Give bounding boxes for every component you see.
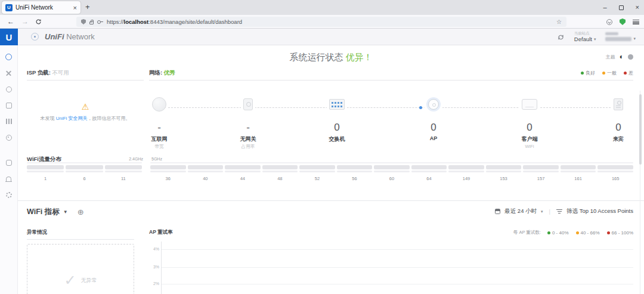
chart-legend-label: 每 AP 重试数: [513, 230, 541, 236]
theme-light-toggle-icon[interactable]: ◐ [620, 53, 624, 60]
gridline [162, 284, 633, 284]
refresh-sync-icon[interactable] [557, 33, 565, 41]
browser-tab-bar: U UniFi Network × + – × [0, 0, 644, 15]
isp-load-label: ISP 负载: 不可用 [27, 69, 69, 77]
node-switch[interactable]: 0 交换机 [298, 87, 376, 144]
channel-label: 161 [561, 176, 596, 181]
node-clients[interactable]: 0 客户端 WiFi [491, 87, 568, 149]
status-legend: 良好一般差 [581, 70, 633, 76]
key-icon[interactable] [97, 20, 103, 23]
forward-button[interactable]: → [21, 17, 29, 26]
isp-load-value: 不可用 [52, 69, 70, 76]
sidebar-item-alerts[interactable] [0, 171, 18, 187]
node-guests[interactable]: 0 来宾 [580, 87, 644, 144]
legend-dot-icon [547, 231, 550, 234]
chevron-down-icon[interactable]: ▾ [541, 209, 543, 214]
sidebar-item-apps[interactable] [0, 154, 18, 171]
reload-icon [35, 18, 42, 25]
legend-dot-icon [581, 72, 584, 75]
lock-icon[interactable] [89, 21, 94, 24]
unifi-logo[interactable]: U [0, 29, 18, 45]
tracking-protection-icon[interactable] [81, 19, 86, 24]
channel-bar [105, 165, 142, 172]
pocket-extension-icon[interactable] [606, 19, 612, 25]
network-status-block: 网络: 优秀 良好一般差 [149, 69, 633, 81]
account-selector[interactable]: ▾ [605, 32, 636, 41]
filter-button[interactable]: 筛选 Top 10 Access Points [566, 208, 633, 215]
site-selector[interactable]: 当前站点 Default▾ [574, 31, 596, 42]
band-strip [150, 162, 633, 163]
unifi-favicon-icon: U [5, 4, 13, 11]
tab-close-icon[interactable]: × [73, 4, 77, 11]
anomaly-empty-box: ✓ 无异常 [27, 244, 134, 294]
node-gateway[interactable]: - 无网关 占用率 [209, 87, 287, 150]
legend-dot-icon [607, 231, 610, 234]
legend-label: 差 [628, 70, 633, 76]
chevron-down-icon: ▾ [594, 37, 596, 42]
divider [27, 239, 134, 240]
sidebar-item-tools[interactable] [0, 65, 18, 81]
legend-label: 40 - 66% [581, 230, 600, 236]
band-strip [27, 162, 142, 163]
time-range-dropdown[interactable]: 最近 24 小时 [504, 208, 537, 215]
metrics-dropdown-caret-icon[interactable]: ▼ [63, 209, 68, 215]
dashboard-main: 系统运行状态 优异！ 主题 ◐ ISP 负载: 不可用 网络: 优秀 良好一般差… [18, 45, 644, 294]
sidebar-item-settings[interactable] [0, 187, 18, 203]
bookmark-star-icon[interactable]: ☆ [556, 18, 562, 25]
anomaly-panel: 异常情况 ✓ 无异常 [27, 229, 134, 294]
new-tab-button[interactable]: + [85, 2, 90, 11]
theme-switcher: 主题 ◐ [606, 53, 633, 60]
channel-bar [561, 165, 596, 172]
theme-dark-toggle-icon[interactable] [628, 54, 633, 60]
back-button[interactable]: ← [7, 17, 14, 26]
band-24ghz-label: 2.4GHz [118, 157, 143, 161]
y-axis-tick: 2% [148, 281, 159, 286]
channel-label: 149 [448, 176, 484, 181]
window-maximize-button[interactable] [619, 5, 624, 10]
node-value: - [209, 122, 287, 134]
node-ap[interactable]: 0 AP [395, 87, 472, 142]
isp-load-block: ISP 负载: 不可用 [27, 69, 144, 81]
sidebar-item-insights[interactable] [0, 129, 18, 146]
theme-label: 主题 [606, 54, 615, 60]
channel-bar [486, 165, 522, 172]
clients-icon [6, 86, 12, 92]
channel-bar [188, 165, 224, 172]
legend-dot-icon [602, 72, 605, 75]
node-value: 0 [580, 122, 644, 134]
screen: U UniFi Network × + – × ← → https://loca… [0, 0, 644, 294]
gateway-link[interactable]: UniFi 安全网关 [56, 116, 88, 121]
sidebar-item-clients[interactable] [0, 81, 18, 97]
legend-label: 良好 [586, 70, 595, 76]
gridline [162, 267, 633, 268]
scrollbar-thumb[interactable] [639, 94, 642, 165]
sidebar-item-statistics[interactable] [0, 113, 18, 129]
sidebar-item-dashboard[interactable] [0, 49, 18, 65]
node-sublabel: WiFi [491, 144, 568, 149]
hamburger-menu-icon[interactable] [633, 20, 639, 24]
client-icon [522, 99, 537, 110]
gateway-icon [243, 98, 253, 110]
switch-icon [329, 99, 345, 110]
add-widget-icon[interactable]: ⊕ [78, 208, 84, 216]
channel-label: 165 [597, 176, 633, 181]
gear-icon [6, 192, 12, 198]
sidebar-item-devices[interactable] [0, 97, 18, 113]
legend-dot-icon [576, 231, 579, 234]
node-value: 0 [298, 122, 376, 134]
reload-button[interactable] [35, 18, 42, 25]
channel-label: 11 [105, 176, 142, 181]
channel-bar [299, 165, 335, 172]
browser-tab[interactable]: U UniFi Network × [2, 1, 80, 14]
adblock-extension-icon[interactable] [620, 18, 626, 25]
window-close-button[interactable]: × [636, 4, 639, 11]
ap-icon [428, 99, 439, 110]
channel-label: 153 [486, 176, 522, 181]
node-internet[interactable]: - 互联网 带宽 [120, 87, 198, 150]
status-highlight: 优异！ [346, 52, 373, 62]
channel-label: 44 [225, 176, 261, 181]
ap-retry-title: AP 重试率 [149, 229, 173, 236]
window-minimize-button[interactable]: – [603, 4, 606, 11]
channel-bar [225, 165, 261, 172]
url-bar[interactable]: https://localhost:8443/manage/site/defau… [76, 17, 566, 27]
